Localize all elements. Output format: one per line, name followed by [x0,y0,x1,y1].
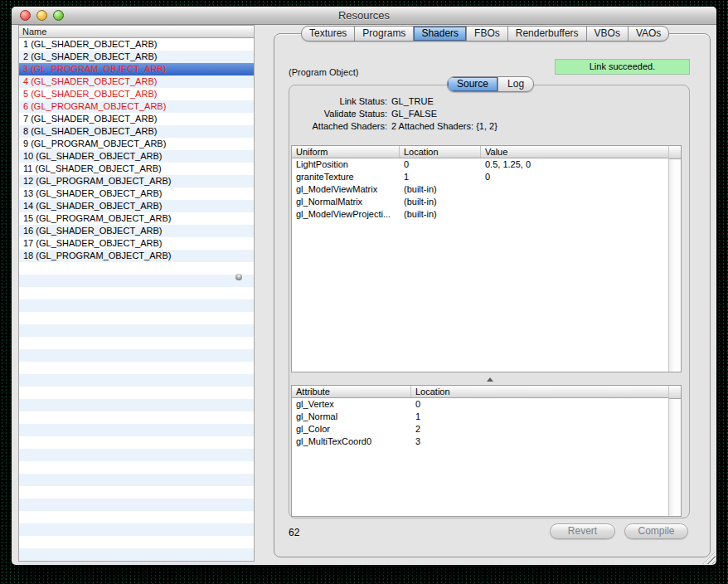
status-label: Validate Status: [289,108,387,120]
link-status-badge: Link succeeded. [555,59,690,75]
pane-splitter-handle[interactable] [235,274,242,280]
resource-list-item[interactable]: 12 (GL_PROGRAM_OBJECT_ARB) [19,175,254,187]
status-line: Validate Status: GL_FALSE [289,108,689,120]
uniform-value-cell [481,208,681,221]
uniform-value-cell: 0.5, 1.25, 0 [481,158,681,171]
resource-list-item[interactable]: 4 (GL_SHADER_OBJECT_ARB) [19,75,254,88]
source-log-tab[interactable]: Log [498,77,533,91]
attribute-name-cell: gl_Vertex [292,398,411,411]
uniform-table-row[interactable]: LightPosition 0 0.5, 1.25, 0 [292,158,681,171]
resource-type-tab[interactable]: Renderbuffers [508,27,587,41]
resource-list-item[interactable]: 7 (GL_SHADER_OBJECT_ARB) [19,113,254,125]
compile-button[interactable]: Compile [624,523,688,539]
shader-detail-box: Link Status: GL_TRUE Validate Status: GL… [289,85,690,518]
status-label: Attached Shaders: [289,120,387,133]
attribute-table: AttributeLocation gl_Vertex 0 gl_Normal … [291,385,682,517]
resources-window: Resources Name 1 (GL_SHADER_OBJECT_ARB)2… [12,7,716,565]
resource-list-item[interactable]: 8 (GL_SHADER_OBJECT_ARB) [19,125,254,138]
uniform-name-cell: gl_ModelViewProjecti... [292,208,400,221]
resource-list-item[interactable]: 1 (GL_SHADER_OBJECT_ARB) [19,38,254,51]
uniform-table-header[interactable]: UniformLocationValue [292,146,681,158]
uniform-column-header[interactable]: Uniform [292,146,400,158]
name-column-header[interactable]: Name [19,26,254,38]
resource-list-item[interactable]: 5 (GL_SHADER_OBJECT_ARB) [19,88,254,100]
resource-list-panel: Name 1 (GL_SHADER_OBJECT_ARB)2 (GL_SHADE… [18,25,255,562]
uniform-table-row[interactable]: graniteTexture 1 0 [292,171,681,183]
uniform-location-cell: (built-in) [400,208,481,221]
uniform-column-header[interactable]: Value [481,146,681,158]
resource-list-item[interactable]: 9 (GL_PROGRAM_OBJECT_ARB) [19,138,254,150]
resource-type-tab[interactable]: Textures [302,27,355,41]
uniform-value-cell: 0 [481,171,681,183]
uniform-table-row[interactable]: gl_NormalMatrix (built-in) [292,196,681,208]
attribute-table-body: gl_Vertex 0 gl_Normal 1 gl_Color 2 gl_Mu… [292,398,681,448]
revert-button[interactable]: Revert [550,523,615,539]
attribute-name-cell: gl_MultiTexCoord0 [292,436,411,448]
resource-list-item[interactable]: 11 (GL_SHADER_OBJECT_ARB) [19,163,254,175]
resource-type-tab[interactable]: FBOs [467,27,508,41]
status-value: 2 Attached Shaders: {1, 2} [387,120,497,133]
uniform-table-row[interactable]: gl_ModelViewMatrix (built-in) [292,183,681,196]
attribute-table-scrollbar[interactable] [668,386,681,516]
window-title: Resources [12,9,716,22]
uniform-name-cell: LightPosition [292,158,400,171]
resource-list-item[interactable]: 3 (GL_PROGRAM_OBJECT_ARB) [19,63,254,75]
attribute-name-cell: gl_Color [292,423,411,436]
status-label: Link Status: [289,95,387,108]
uniform-value-cell [481,183,681,196]
status-line: Link Status: GL_TRUE [289,95,689,108]
attribute-column-header[interactable]: Attribute [292,386,411,397]
object-type-label: (Program Object) [289,67,358,77]
attribute-location-cell: 2 [411,423,681,436]
attribute-table-row[interactable]: gl_Color 2 [292,423,681,436]
status-value: GL_TRUE [387,95,434,108]
status-line: Attached Shaders: 2 Attached Shaders: {1… [289,120,689,133]
uniform-name-cell: gl_ModelViewMatrix [292,183,400,196]
resource-list-item[interactable]: 10 (GL_SHADER_OBJECT_ARB) [19,150,254,163]
resource-type-tab[interactable]: VAOs [629,27,668,41]
resource-list-item[interactable]: 2 (GL_SHADER_OBJECT_ARB) [19,51,254,63]
resource-type-tab[interactable]: Shaders [414,27,467,41]
uniform-value-cell [481,196,681,208]
resource-list-item[interactable]: 17 (GL_SHADER_OBJECT_ARB) [19,237,254,250]
window-titlebar[interactable]: Resources [12,7,716,25]
uniform-table-scrollbar[interactable] [668,146,681,372]
attribute-table-row[interactable]: gl_Normal 1 [292,411,681,423]
uniform-name-cell: gl_NormalMatrix [292,196,400,208]
attribute-location-cell: 1 [411,411,681,423]
uniform-location-cell: 0 [400,158,481,171]
resource-list-item[interactable]: 13 (GL_SHADER_OBJECT_ARB) [19,187,254,200]
resource-list-item[interactable]: 14 (GL_SHADER_OBJECT_ARB) [19,200,254,212]
resource-type-tab[interactable]: VBOs [587,27,629,41]
attribute-location-cell: 3 [411,436,681,448]
uniform-location-cell: (built-in) [400,196,481,208]
resource-list-item[interactable]: 16 (GL_SHADER_OBJECT_ARB) [19,225,254,237]
resource-type-tab[interactable]: Programs [355,27,414,41]
status-value: GL_FALSE [387,108,437,120]
uniform-table-body: LightPosition 0 0.5, 1.25, 0 graniteText… [292,158,681,221]
object-id-label: 62 [289,527,299,538]
resource-type-tabs: TexturesProgramsShadersFBOsRenderbuffers… [301,26,669,41]
resource-list-item[interactable]: 6 (GL_PROGRAM_OBJECT_ARB) [19,100,254,113]
attribute-column-header[interactable]: Location [411,386,681,397]
attribute-table-row[interactable]: gl_Vertex 0 [292,398,681,411]
uniform-column-header[interactable]: Location [400,146,481,158]
attribute-name-cell: gl_Normal [292,411,411,423]
uniform-name-cell: graniteTexture [292,171,400,183]
attribute-location-cell: 0 [411,398,681,411]
source-log-tab[interactable]: Source [448,77,498,91]
resource-list[interactable]: 1 (GL_SHADER_OBJECT_ARB)2 (GL_SHADER_OBJ… [19,38,254,561]
resource-list-item[interactable]: 18 (GL_PROGRAM_OBJECT_ARB) [19,250,254,262]
uniform-location-cell: (built-in) [400,183,481,196]
resource-list-item[interactable]: 15 (GL_PROGRAM_OBJECT_ARB) [19,212,254,225]
uniform-table: UniformLocationValue LightPosition 0 0.5… [291,145,682,372]
attribute-table-header[interactable]: AttributeLocation [292,386,681,398]
table-splitter-grabber[interactable] [487,377,493,382]
uniform-location-cell: 1 [400,171,481,183]
source-log-tabs: SourceLog [447,76,534,92]
attribute-table-row[interactable]: gl_MultiTexCoord0 3 [292,436,681,448]
program-status-block: Link Status: GL_TRUE Validate Status: GL… [289,95,689,133]
uniform-table-row[interactable]: gl_ModelViewProjecti... (built-in) [292,208,681,221]
